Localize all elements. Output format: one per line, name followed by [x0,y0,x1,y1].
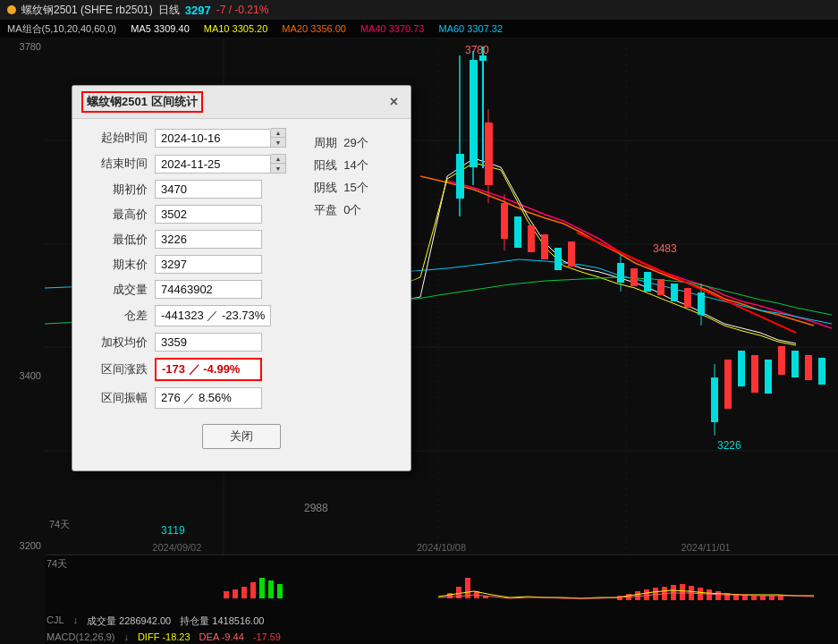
end-time-label: 结束时间 [85,156,148,172]
bearish-stat: 阴线 15个 [314,180,368,196]
max-price-value: 3502 [155,205,262,224]
min-price-row: 最低价 3226 [85,230,398,249]
modal-close-button[interactable]: × [386,94,402,110]
range-change-value: -173 ／ -4.99% [155,358,262,381]
max-price-label: 最高价 [85,207,148,223]
modal-overlay: 螺纹钢2501 区间统计 × 起始时间 2024-10-16 ▲ ▼ 结束时间 … [0,0,838,644]
end-price-label: 期末价 [85,257,148,273]
right-stats-panel: 周期 29个 阳线 14个 阴线 15个 平盘 0个 [314,135,368,218]
period-stat: 周期 29个 [314,135,368,151]
end-time-up[interactable]: ▲ [271,155,285,164]
range-amplitude-row: 区间振幅 276 ／ 8.56% [85,387,398,409]
min-price-label: 最低价 [85,232,148,248]
bullish-stat: 阳线 14个 [314,157,368,174]
range-change-row: 区间涨跌 -173 ／ -4.99% [85,358,398,381]
volume-field-label: 成交量 [85,282,148,298]
range-change-label: 区间涨跌 [85,361,148,377]
volume-field-value: 74463902 [155,280,262,299]
end-price-row: 期末价 3297 [85,255,398,274]
modal-body: 起始时间 2024-10-16 ▲ ▼ 结束时间 2024-11-25 ▲ ▼ [72,119,411,470]
range-amplitude-label: 区间振幅 [85,390,148,406]
end-price-value: 3297 [155,255,262,274]
start-time-up[interactable]: ▲ [271,129,285,138]
min-price-value: 3226 [155,230,262,249]
start-time-input-wrap[interactable]: 2024-10-16 ▲ ▼ [155,128,286,148]
start-time-spinners[interactable]: ▲ ▼ [271,128,286,148]
modal-title: 螺纹钢2501 区间统计 [81,91,203,113]
modal-header: 螺纹钢2501 区间统计 × [72,86,411,119]
volume-row: 成交量 74463902 [85,280,398,299]
position-diff-value: -441323 ／ -23.73% [155,305,271,326]
statistics-modal: 螺纹钢2501 区间统计 × 起始时间 2024-10-16 ▲ ▼ 结束时间 … [72,85,411,471]
modal-close-btn[interactable]: 关闭 [202,424,281,449]
position-diff-label: 仓差 [85,308,148,324]
flat-stat: 平盘 0个 [314,202,368,218]
avg-price-label: 加权均价 [85,335,148,351]
end-time-input[interactable]: 2024-11-25 [155,155,271,174]
end-time-spinners[interactable]: ▲ ▼ [271,154,286,174]
start-time-input[interactable]: 2024-10-16 [155,129,271,148]
start-time-label: 起始时间 [85,130,148,146]
position-diff-row: 仓差 -441323 ／ -23.73% [85,305,398,326]
end-time-input-wrap[interactable]: 2024-11-25 ▲ ▼ [155,154,286,174]
avg-price-row: 加权均价 3359 [85,333,398,352]
modal-footer: 关闭 [85,415,398,462]
range-amplitude-value: 276 ／ 8.56% [155,387,262,409]
end-time-down[interactable]: ▼ [271,164,285,173]
start-price-label: 期初价 [85,182,148,198]
avg-price-value: 3359 [155,333,262,352]
start-time-down[interactable]: ▼ [271,138,285,147]
start-price-value: 3470 [155,180,262,199]
